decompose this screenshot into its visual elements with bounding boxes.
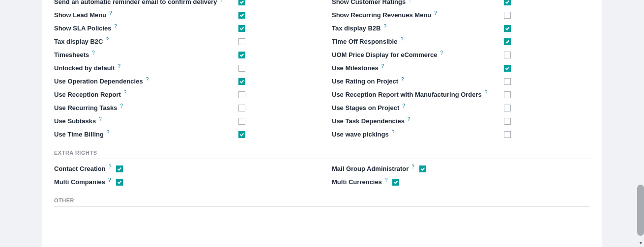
checkbox-use-reception-report[interactable] bbox=[238, 91, 245, 98]
setting-row-show-customer-ratings: Show Customer Ratings? bbox=[332, 0, 590, 8]
setting-row-use-rating-on-project: Use Rating on Project? bbox=[332, 75, 590, 88]
setting-label: Tax display B2B? bbox=[332, 25, 504, 32]
checkbox-show-customer-ratings[interactable] bbox=[504, 0, 511, 5]
checkbox-send-an-automatic-reminder-email-to-confirm-delivery[interactable] bbox=[238, 0, 245, 5]
checkbox-use-reception-report-with-manufacturing-orders[interactable] bbox=[504, 91, 511, 98]
setting-row-multi-companies: Multi Companies? bbox=[54, 175, 312, 189]
setting-row-show-sla-policies: Show SLA Policies? bbox=[54, 22, 312, 35]
setting-label: Use Time Billing? bbox=[54, 131, 238, 138]
setting-label: Use Stages on Project? bbox=[332, 104, 504, 111]
setting-label-text: Tax display B2B bbox=[332, 25, 381, 32]
checkbox-show-sla-policies[interactable] bbox=[238, 25, 245, 32]
checkbox-tax-display-b2b[interactable] bbox=[504, 25, 511, 32]
setting-row-send-an-automatic-reminder-email-to-confirm-delivery: Send an automatic reminder email to conf… bbox=[54, 0, 312, 8]
setting-label-text: Multi Currencies bbox=[332, 178, 382, 186]
setting-label: Contact Creation? bbox=[54, 165, 116, 172]
setting-label: Show SLA Policies? bbox=[54, 25, 238, 32]
setting-label: Unlocked by default? bbox=[54, 64, 238, 72]
checkbox-contact-creation[interactable] bbox=[116, 165, 123, 172]
checkbox-multi-companies[interactable] bbox=[116, 179, 123, 186]
setting-label: Multi Currencies? bbox=[332, 178, 392, 186]
setting-label-text: Show SLA Policies bbox=[54, 25, 112, 32]
scrollbar-down-arrow[interactable]: ▾ bbox=[637, 239, 644, 246]
setting-label-text: Multi Companies bbox=[54, 178, 105, 186]
setting-label: Use Reception Report? bbox=[54, 91, 238, 98]
extra-rights-grid: Contact Creation?Multi Companies?Mail Gr… bbox=[54, 162, 590, 189]
setting-row-use-task-dependencies: Use Task Dependencies? bbox=[332, 114, 590, 128]
setting-label: Time Off Responsible? bbox=[332, 38, 504, 45]
setting-label: Send an automatic reminder email to conf… bbox=[54, 0, 238, 5]
setting-row-use-wave-pickings: Use wave pickings? bbox=[332, 128, 590, 141]
setting-row-use-reception-report-with-manufacturing-orders: Use Reception Report with Manufacturing … bbox=[332, 88, 590, 101]
setting-label: Use Recurring Tasks? bbox=[54, 104, 238, 111]
setting-row-use-operation-dependencies: Use Operation Dependencies? bbox=[54, 75, 312, 88]
setting-row-tax-display-b2c: Tax display B2C? bbox=[54, 35, 312, 48]
checkbox-use-milestones[interactable] bbox=[504, 65, 511, 72]
setting-label-text: Use Stages on Project bbox=[332, 104, 399, 111]
checkbox-uom-price-display-for-ecommerce[interactable] bbox=[504, 52, 511, 58]
setting-row-show-recurring-revenues-menu: Show Recurring Revenues Menu? bbox=[332, 8, 590, 22]
setting-label-text: UOM Price Display for eCommerce bbox=[332, 51, 438, 58]
technical-settings-grid: Send an automatic reminder email to conf… bbox=[54, 0, 590, 141]
checkbox-unlocked-by-default[interactable] bbox=[238, 65, 245, 72]
setting-label-text: Use wave pickings bbox=[332, 131, 389, 138]
setting-label-text: Contact Creation bbox=[54, 165, 106, 172]
setting-row-tax-display-b2b: Tax display B2B? bbox=[332, 22, 590, 35]
setting-label: Mail Group Administrator? bbox=[332, 165, 419, 172]
checkbox-use-recurring-tasks[interactable] bbox=[238, 105, 245, 111]
setting-label: Use wave pickings? bbox=[332, 131, 504, 138]
setting-label-text: Mail Group Administrator bbox=[332, 165, 409, 172]
checkbox-mail-group-administrator[interactable] bbox=[419, 165, 426, 172]
setting-label: Show Customer Ratings? bbox=[332, 0, 504, 5]
setting-label-text: Use Rating on Project bbox=[332, 78, 398, 85]
checkbox-use-task-dependencies[interactable] bbox=[504, 118, 511, 125]
setting-label-text: Timesheets bbox=[54, 51, 89, 58]
setting-label-text: Show Lead Menu bbox=[54, 11, 106, 19]
checkbox-show-recurring-revenues-menu[interactable] bbox=[504, 12, 511, 19]
setting-label-text: Use Operation Dependencies bbox=[54, 78, 143, 85]
setting-label-text: Unlocked by default bbox=[54, 64, 115, 72]
checkbox-use-operation-dependencies[interactable] bbox=[238, 78, 245, 85]
setting-label: Show Lead Menu? bbox=[54, 11, 238, 19]
checkbox-use-time-billing[interactable] bbox=[238, 131, 245, 138]
checkbox-time-off-responsible[interactable] bbox=[504, 38, 511, 45]
setting-label-text: Time Off Responsible bbox=[332, 38, 397, 45]
setting-row-multi-currencies: Multi Currencies? bbox=[332, 175, 590, 189]
section-extra-rights: EXTRA RIGHTS bbox=[54, 150, 590, 156]
checkbox-timesheets[interactable] bbox=[238, 52, 245, 58]
setting-row-show-lead-menu: Show Lead Menu? bbox=[54, 8, 312, 22]
setting-row-use-milestones: Use Milestones? bbox=[332, 61, 590, 75]
checkbox-multi-currencies[interactable] bbox=[392, 179, 399, 186]
setting-label: UOM Price Display for eCommerce? bbox=[332, 51, 504, 58]
setting-row-contact-creation: Contact Creation? bbox=[54, 162, 312, 175]
setting-label-text: Use Milestones bbox=[332, 64, 379, 72]
setting-row-mail-group-administrator: Mail Group Administrator? bbox=[332, 162, 590, 175]
setting-label: Use Milestones? bbox=[332, 64, 504, 72]
setting-label: Timesheets? bbox=[54, 51, 238, 58]
setting-label: Use Subtasks? bbox=[54, 117, 238, 125]
checkbox-use-subtasks[interactable] bbox=[238, 118, 245, 125]
checkbox-use-rating-on-project[interactable] bbox=[504, 78, 511, 85]
checkbox-use-stages-on-project[interactable] bbox=[504, 105, 511, 111]
setting-label: Use Task Dependencies? bbox=[332, 117, 504, 125]
setting-label: Use Reception Report with Manufacturing … bbox=[332, 91, 504, 98]
setting-label-text: Send an automatic reminder email to conf… bbox=[54, 0, 217, 5]
setting-label-text: Use Task Dependencies bbox=[332, 117, 405, 125]
setting-label: Use Operation Dependencies? bbox=[54, 78, 238, 85]
setting-row-use-subtasks: Use Subtasks? bbox=[54, 114, 312, 128]
scrollbar-thumb[interactable] bbox=[637, 185, 644, 236]
checkbox-use-wave-pickings[interactable] bbox=[504, 131, 511, 138]
setting-row-timesheets: Timesheets? bbox=[54, 48, 312, 61]
setting-label-text: Use Reception Report bbox=[54, 91, 121, 98]
setting-label-text: Use Reception Report with Manufacturing … bbox=[332, 91, 482, 98]
setting-label: Multi Companies? bbox=[54, 178, 116, 186]
checkbox-tax-display-b2c[interactable] bbox=[238, 38, 245, 45]
checkbox-show-lead-menu[interactable] bbox=[238, 12, 245, 19]
setting-row-uom-price-display-for-ecommerce: UOM Price Display for eCommerce? bbox=[332, 48, 590, 61]
setting-label-text: Use Time Billing bbox=[54, 131, 104, 138]
setting-row-use-reception-report: Use Reception Report? bbox=[54, 88, 312, 101]
setting-label: Show Recurring Revenues Menu? bbox=[332, 11, 504, 19]
setting-row-unlocked-by-default: Unlocked by default? bbox=[54, 61, 312, 75]
section-other: OTHER bbox=[54, 197, 590, 203]
setting-row-use-time-billing: Use Time Billing? bbox=[54, 128, 312, 141]
